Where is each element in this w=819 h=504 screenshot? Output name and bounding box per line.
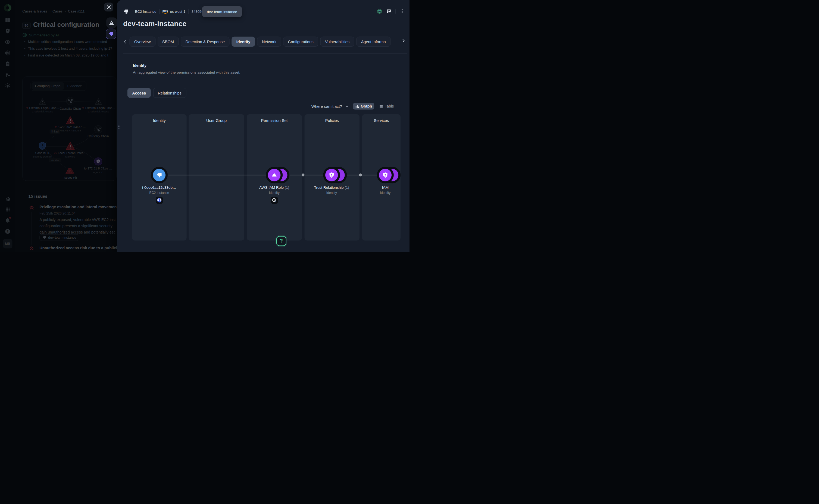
tab-agent-information[interactable]: Agent Informa	[356, 36, 390, 46]
comments-icon[interactable]	[386, 9, 391, 14]
tabs-next-icon[interactable]	[401, 39, 405, 43]
node-label: IAM	[380, 185, 390, 189]
tabs-prev-icon[interactable]	[123, 40, 127, 44]
alerts-side-tab[interactable]	[106, 17, 117, 28]
access-button[interactable]: Access	[127, 88, 151, 98]
table-list-icon	[379, 104, 383, 108]
svg-text:z: z	[275, 200, 276, 202]
graph-view-button[interactable]: Graph	[353, 103, 374, 110]
tab-overview[interactable]: Overview	[130, 36, 155, 46]
tab-network[interactable]: Network	[257, 36, 281, 46]
graph-controls: Where can it act? Graph Table	[311, 103, 396, 110]
tab-identity[interactable]: Identity	[231, 36, 255, 46]
connector-dot	[301, 174, 304, 177]
node-label: i-0eec6aa12c33eb…	[142, 185, 176, 189]
asset-type: EC2 Instance	[135, 10, 156, 13]
asset-name-tooltip: dev-team-instance	[202, 6, 242, 17]
internet-exposed-badge[interactable]	[156, 197, 163, 204]
section-description: An aggregated view of the permissions as…	[133, 70, 240, 74]
panel-actions	[377, 9, 405, 14]
tab-sbom[interactable]: SBOM	[158, 36, 179, 46]
screen: ? MB Cases & Issues › Cases › Case #111 …	[0, 0, 410, 252]
tab-vulnerabilities[interactable]: Vulnerabilities	[320, 36, 354, 46]
tab-strip: Overview SBOM Detection & Response Ident…	[123, 36, 398, 46]
column-user-group: User Group	[189, 114, 244, 241]
table-view-button[interactable]: Table	[377, 103, 396, 110]
access-graph: Identity User Group Permission Set Polic…	[117, 114, 410, 241]
aws-logo-icon: aws	[162, 9, 168, 14]
tab-configurations[interactable]: Configurations	[283, 36, 318, 46]
ec2-monitor-icon	[123, 9, 129, 14]
mode-toggle: Access Relationships	[127, 88, 186, 98]
panel-header: EC2 Instance aws us-west-1 343059098	[123, 9, 209, 14]
region: us-west-1	[170, 10, 186, 13]
node-label: AWS IAM Role	[259, 185, 284, 189]
node-label: Trust Relationship	[314, 185, 344, 189]
tab-detection-response[interactable]: Detection & Response	[181, 36, 229, 46]
asset-side-tab-active[interactable]	[106, 29, 116, 39]
temporary-credentials-badge[interactable]: z	[271, 197, 278, 204]
scan-radar-icon[interactable]	[377, 9, 382, 14]
bar-chart-icon	[355, 104, 359, 108]
close-panel-button[interactable]	[104, 3, 113, 12]
chevron-down-icon	[345, 105, 348, 108]
section-heading: Identity	[133, 63, 146, 67]
connector-dot	[359, 174, 362, 177]
act-filter-dropdown[interactable]: Where can it act?	[311, 104, 348, 108]
kebab-menu-icon[interactable]	[399, 9, 404, 14]
asset-title: dev-team-instance	[123, 20, 186, 28]
relationships-button[interactable]: Relationships	[153, 88, 186, 98]
asset-detail-panel: EC2 Instance aws us-west-1 343059098 dev…	[117, 0, 410, 252]
help-button[interactable]: ?	[276, 236, 286, 246]
